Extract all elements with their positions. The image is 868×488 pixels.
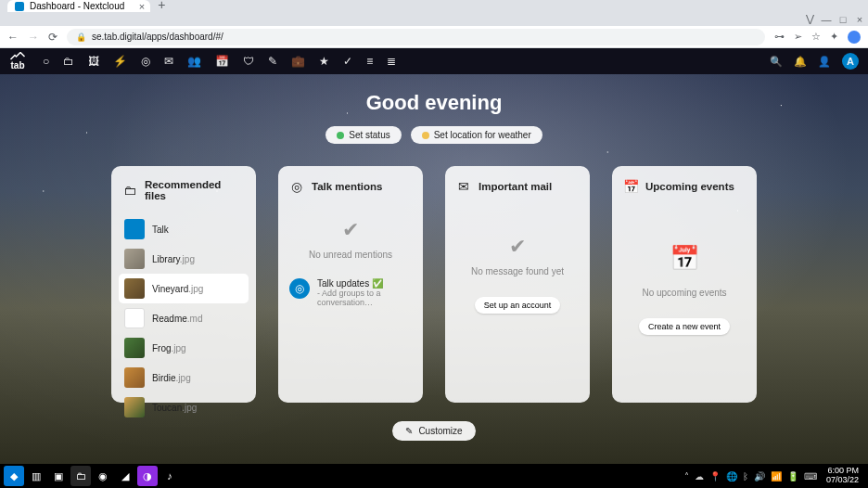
calendar-widget-icon: 📅 xyxy=(623,179,638,194)
taskbar-clock[interactable]: 6:00 PM 07/03/22 xyxy=(826,467,859,485)
tab-title: Dashboard - Nextcloud xyxy=(30,1,124,11)
app-icon[interactable]: ◑ xyxy=(137,466,158,486)
widget-important-mail: ✉ Important mail ✔ No message found yet … xyxy=(445,166,590,403)
url-text: se.tab.digital/apps/dashboard/#/ xyxy=(92,32,223,42)
customize-button[interactable]: ✎ Customize xyxy=(392,421,475,441)
browser-tab[interactable]: Dashboard - Nextcloud × xyxy=(7,0,150,12)
widget-title: Upcoming events xyxy=(645,181,734,192)
mail-widget-icon: ✉ xyxy=(456,179,471,194)
tasks-icon[interactable]: ✓ xyxy=(343,55,352,68)
maximize-icon[interactable]: □ xyxy=(838,15,848,24)
more-apps-icon[interactable]: ≣ xyxy=(387,55,396,68)
talk-update-item[interactable]: ◎ Talk updates ✅ - Add groups to a conve… xyxy=(286,275,415,311)
bookmarks-icon[interactable]: ★ xyxy=(319,55,329,68)
empty-message: No upcoming events xyxy=(642,288,726,298)
user-avatar[interactable]: A xyxy=(842,53,859,70)
file-thumb xyxy=(124,397,145,417)
files-app-icon[interactable]: 🗀 xyxy=(70,466,91,486)
tray-cloud-icon[interactable]: ☁ xyxy=(695,471,704,482)
talk-icon[interactable]: ◎ xyxy=(141,55,150,68)
nextcloud-header: tab ○ 🗀 🖼 ⚡ ◎ ✉ 👥 📅 🛡 ✎ 💼 ★ ✓ ≡ ≣ 🔍 🔔 👤 … xyxy=(0,48,868,74)
contacts-menu-icon[interactable]: 👤 xyxy=(818,56,831,68)
photos-icon[interactable]: 🖼 xyxy=(88,55,99,68)
widget-title: Talk mentions xyxy=(312,181,382,192)
tray-up-icon[interactable]: ˄ xyxy=(684,471,689,482)
file-name: Vineyard.jpg xyxy=(152,284,203,294)
notes-icon[interactable]: ✎ xyxy=(268,55,277,68)
key-icon[interactable]: ⊶ xyxy=(774,31,785,43)
file-item[interactable]: Vineyard.jpg xyxy=(119,274,249,303)
contacts-icon[interactable]: 👥 xyxy=(187,55,201,68)
widget-recommended-files: 🗀 Recommended files TalkLibrary.jpgViney… xyxy=(111,166,256,403)
reload-icon[interactable]: ⟳ xyxy=(48,31,57,44)
system-tray[interactable]: ˄ ☁ 📍 🌐 ᛒ 🔊 📶 🔋 ⌨ xyxy=(684,471,817,482)
file-item[interactable]: Toucan.jpg xyxy=(119,392,249,422)
file-item[interactable]: Readme.md xyxy=(119,303,249,333)
browser-tab-strip: Dashboard - Nextcloud × + xyxy=(0,0,868,12)
file-item[interactable]: Talk xyxy=(119,214,249,244)
notifications-icon[interactable]: 🔔 xyxy=(794,56,807,68)
weather-icon xyxy=(422,132,429,139)
set-weather-button[interactable]: Set location for weather xyxy=(411,126,542,144)
file-item[interactable]: Birdie.jpg xyxy=(119,363,249,392)
tray-location-icon[interactable]: 📍 xyxy=(709,471,721,482)
file-thumb xyxy=(124,367,145,388)
empty-message: No message found yet xyxy=(471,266,564,276)
create-event-button[interactable]: Create a new event xyxy=(639,318,730,335)
greeting-text: Good evening xyxy=(366,91,503,115)
star-icon[interactable]: ☆ xyxy=(811,31,821,43)
tray-network-icon[interactable]: 🌐 xyxy=(726,471,737,482)
keeweb-icon[interactable]: ≡ xyxy=(366,55,373,68)
file-name: Readme.md xyxy=(152,314,202,324)
nextcloud-logo[interactable]: tab xyxy=(9,52,26,71)
minimize-icon[interactable]: — xyxy=(822,15,831,24)
window-titlebar: ⋁ — □ × xyxy=(0,12,868,26)
activity-icon[interactable]: ⚡ xyxy=(113,55,127,68)
check-icon: ✔ xyxy=(342,218,359,242)
mail-icon[interactable]: ✉ xyxy=(164,55,173,68)
file-thumb xyxy=(124,308,145,328)
file-thumb xyxy=(124,219,145,239)
stack-icon[interactable]: ◢ xyxy=(115,466,135,486)
close-tab-icon[interactable]: × xyxy=(139,1,145,12)
dashboard-main: Good evening Set status Set location for… xyxy=(0,74,868,464)
vpn-icon[interactable]: ⋁ xyxy=(805,15,814,24)
browser-toolbar: ← → ⟳ 🔒 se.tab.digital/apps/dashboard/#/… xyxy=(0,26,868,48)
tray-wifi-icon[interactable]: 📶 xyxy=(771,471,782,482)
terminal-icon[interactable]: ▣ xyxy=(48,466,69,486)
close-window-icon[interactable]: × xyxy=(855,15,864,24)
url-input[interactable]: 🔒 se.tab.digital/apps/dashboard/#/ xyxy=(67,29,765,45)
file-item[interactable]: Frog.jpg xyxy=(119,333,249,363)
puzzle-icon[interactable]: ✦ xyxy=(830,31,838,43)
talk-avatar-icon: ◎ xyxy=(289,278,310,299)
search-icon[interactable]: 🔍 xyxy=(770,56,783,68)
calendar-icon[interactable]: 📅 xyxy=(215,55,229,68)
dashboard-icon[interactable]: ○ xyxy=(43,55,49,68)
widget-title: Recommended files xyxy=(145,179,245,201)
talk-widget-icon: ◎ xyxy=(289,179,304,194)
passwords-icon[interactable]: 🛡 xyxy=(243,55,254,68)
deck-icon[interactable]: 💼 xyxy=(291,55,305,68)
files-icon[interactable]: 🗀 xyxy=(63,55,74,68)
chrome-app-icon[interactable]: ◉ xyxy=(93,466,113,486)
file-name: Toucan.jpg xyxy=(152,403,197,413)
pencil-icon: ✎ xyxy=(405,426,413,436)
tray-lang-icon[interactable]: ⌨ xyxy=(804,471,817,482)
file-item[interactable]: Library.jpg xyxy=(119,244,249,274)
forward-icon[interactable]: → xyxy=(28,31,39,44)
new-tab-button[interactable]: + xyxy=(154,0,169,12)
set-status-button[interactable]: Set status xyxy=(326,126,401,144)
taskview-icon[interactable]: ▥ xyxy=(26,466,46,486)
setup-account-button[interactable]: Set up an account xyxy=(475,297,561,314)
tray-bluetooth-icon[interactable]: ᛒ xyxy=(743,471,748,482)
tray-volume-icon[interactable]: 🔊 xyxy=(754,471,765,482)
browser-extensions: ⊶ ➢ ☆ ✦ xyxy=(774,31,861,44)
folder-icon: 🗀 xyxy=(122,183,137,198)
widget-talk-mentions: ◎ Talk mentions ✔ No unread mentions ◎ T… xyxy=(278,166,423,403)
music-icon[interactable]: ♪ xyxy=(160,466,180,486)
tray-battery-icon[interactable]: 🔋 xyxy=(787,471,798,482)
chrome-profile-icon[interactable] xyxy=(848,31,861,44)
start-icon[interactable]: ◆ xyxy=(4,466,24,486)
share-icon[interactable]: ➢ xyxy=(794,31,802,43)
back-icon[interactable]: ← xyxy=(7,31,19,44)
